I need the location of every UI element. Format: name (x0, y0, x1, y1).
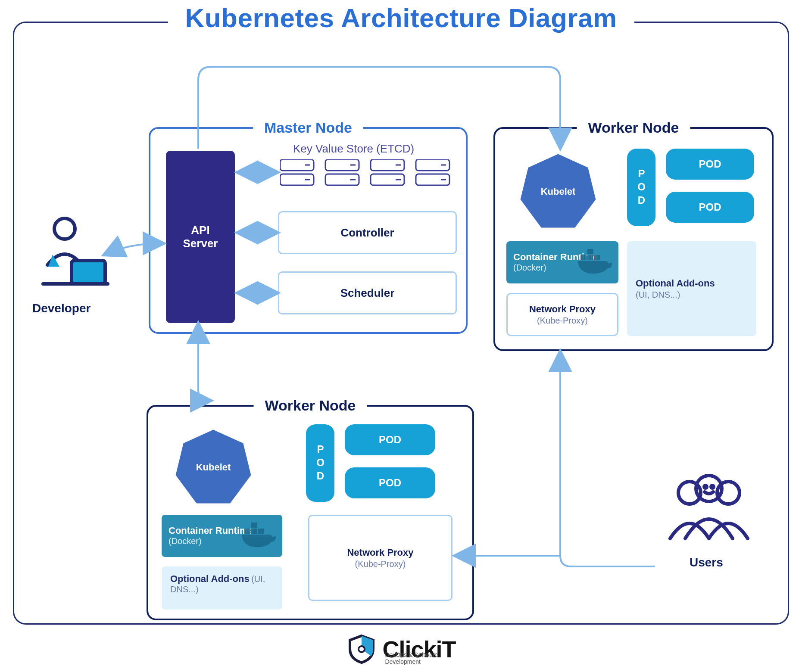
svg-point-33 (358, 646, 364, 652)
svg-rect-25 (251, 523, 257, 528)
diagram-title: Kubernetes Architecture Diagram (168, 3, 634, 33)
users-label: Users (690, 556, 723, 569)
users-icon (659, 470, 758, 551)
netproxy-title-1: Network Proxy (529, 304, 596, 315)
controller-box: Controller (278, 211, 457, 254)
brand-tagline: DevOps & Software Development (385, 651, 456, 665)
svg-rect-20 (587, 249, 593, 254)
etcd-caption: Key Value Store (ETCD) (293, 142, 414, 156)
svg-rect-27 (72, 261, 105, 284)
pod-h-1a: POD (666, 149, 754, 180)
kubelet-hept-1: Kubelet (517, 151, 599, 233)
addons-2: Optional Add-ons (UI, DNS...) (162, 566, 282, 610)
kubelet-label-1: Kubelet (517, 151, 599, 233)
kubelet-label-2: Kubelet (172, 426, 254, 508)
network-proxy-2: Network Proxy (Kube-Proxy) (308, 515, 452, 601)
worker-node-2-legend: Worker Node (254, 397, 367, 414)
master-node-legend: Master Node (253, 119, 363, 136)
kubelet-hept-2: Kubelet (172, 426, 254, 508)
addons-sub-1: (UI, DNS...) (636, 290, 748, 300)
brand-block: ClickiT DevOps & Software Development (346, 634, 456, 664)
netproxy-sub-2: (Kube-Proxy) (355, 559, 406, 569)
pod-h-2a: POD (345, 424, 435, 455)
svg-rect-23 (251, 529, 257, 534)
developer-label: Developer (32, 302, 90, 315)
network-proxy-1: Network Proxy (Kube-Proxy) (506, 293, 618, 336)
addons-title-2: Optional Add-ons (170, 573, 250, 584)
svg-rect-17 (580, 255, 587, 260)
diagram-stage: Kubernetes Architecture Diagram Master N… (0, 0, 802, 672)
pod-vert-1: POD (627, 149, 655, 226)
scheduler-box: Scheduler (278, 271, 457, 314)
brand-shield-icon (346, 634, 376, 664)
netproxy-title-2: Network Proxy (347, 547, 413, 558)
container-runtime-1: Container Runtime (Docker) (506, 241, 618, 283)
svg-rect-22 (244, 529, 250, 534)
container-runtime-2: Container Runtime (Docker) (162, 515, 282, 557)
pod-h-1b: POD (666, 192, 754, 223)
svg-rect-24 (258, 529, 264, 534)
etcd-icon-group (280, 159, 461, 202)
docker-icon (577, 249, 616, 276)
svg-point-26 (54, 218, 75, 239)
docker-icon (241, 523, 280, 549)
addons-1: Optional Add-ons (UI, DNS...) (627, 241, 756, 336)
addons-title-1: Optional Add-ons (636, 278, 748, 289)
svg-rect-19 (594, 255, 600, 260)
svg-rect-18 (587, 255, 593, 260)
developer-icon (30, 213, 112, 295)
api-server-box: API Server (166, 151, 235, 323)
pod-vert-2: POD (306, 424, 334, 502)
pod-h-2b: POD (345, 467, 435, 498)
worker-node-1-legend: Worker Node (577, 119, 690, 136)
netproxy-sub-1: (Kube-Proxy) (537, 316, 588, 326)
svg-point-32 (711, 485, 714, 488)
svg-point-31 (704, 485, 707, 488)
